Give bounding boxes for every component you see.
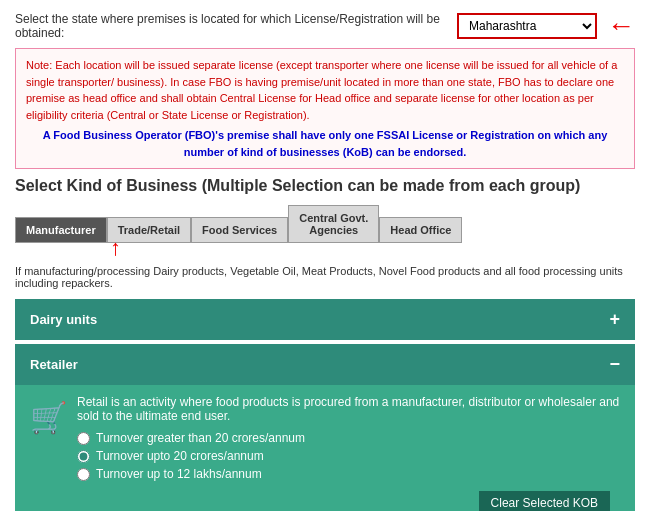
retailer-option-3[interactable]: Turnover up to 12 lakhs/annum — [77, 467, 620, 481]
cart-icon: 🛒 — [30, 395, 67, 435]
state-select-label: Select the state where premises is locat… — [15, 12, 447, 40]
retailer-radio-2[interactable] — [77, 450, 90, 463]
retailer-option-2-label: Turnover upto 20 crores/annum — [96, 449, 264, 463]
note-text-line1: Note: Each location will be issued separ… — [26, 59, 617, 121]
dairy-accordion-header[interactable]: Dairy units + — [15, 299, 635, 340]
section-title: Select Kind of Business (Multiple Select… — [15, 177, 635, 195]
retailer-option-1-label: Turnover greater than 20 crores/annum — [96, 431, 305, 445]
kob-tab-head-office[interactable]: Head Office — [379, 217, 462, 243]
red-arrow-right-icon: ← — [607, 10, 635, 42]
clear-kob-button[interactable]: Clear Selected KOB — [479, 491, 610, 511]
dairy-expand-icon: + — [609, 309, 620, 330]
retailer-option-1[interactable]: Turnover greater than 20 crores/annum — [77, 431, 620, 445]
manufacturing-note: If manufacturing/processing Dairy produc… — [15, 265, 635, 289]
dairy-label: Dairy units — [30, 312, 97, 327]
state-dropdown[interactable]: Maharashtra Delhi Karnataka Tamil Nadu G… — [457, 13, 597, 39]
kob-tabs-wrapper: Manufacturer Trade/Retail Food Services … — [15, 205, 635, 243]
retailer-label: Retailer — [30, 357, 78, 372]
retailer-radio-1[interactable] — [77, 432, 90, 445]
kob-tab-food-services[interactable]: Food Services — [191, 217, 288, 243]
retailer-accordion-header[interactable]: Retailer − — [15, 344, 635, 385]
retailer-radio-3[interactable] — [77, 468, 90, 481]
clear-kob-row: Clear Selected KOB — [30, 485, 620, 511]
retailer-desc: Retail is an activity where food product… — [77, 395, 620, 423]
state-select-row: Select the state where premises is locat… — [15, 10, 635, 42]
state-select-wrapper: Maharashtra Delhi Karnataka Tamil Nadu G… — [457, 10, 635, 42]
retailer-collapse-icon: − — [609, 354, 620, 375]
note-box: Note: Each location will be issued separ… — [15, 48, 635, 169]
kob-tab-manufacturer[interactable]: Manufacturer — [15, 217, 107, 243]
retailer-option-3-label: Turnover up to 12 lakhs/annum — [96, 467, 262, 481]
retailer-accordion-body: 🛒 Retail is an activity where food produ… — [15, 385, 635, 511]
dairy-accordion: Dairy units + — [15, 299, 635, 340]
up-arrow-icon: ↑ — [110, 235, 121, 261]
retailer-accordion: Retailer − 🛒 Retail is an activity where… — [15, 344, 635, 511]
kob-tab-central-govt[interactable]: Central Govt.Agencies — [288, 205, 379, 243]
note-text-line2: A Food Business Operator (FBO)'s premise… — [26, 127, 624, 160]
page-wrapper: Select the state where premises is locat… — [0, 0, 650, 511]
retailer-content: Retail is an activity where food product… — [77, 395, 620, 485]
kob-tabs: Manufacturer Trade/Retail Food Services … — [15, 205, 635, 243]
retailer-option-2[interactable]: Turnover upto 20 crores/annum — [77, 449, 620, 463]
